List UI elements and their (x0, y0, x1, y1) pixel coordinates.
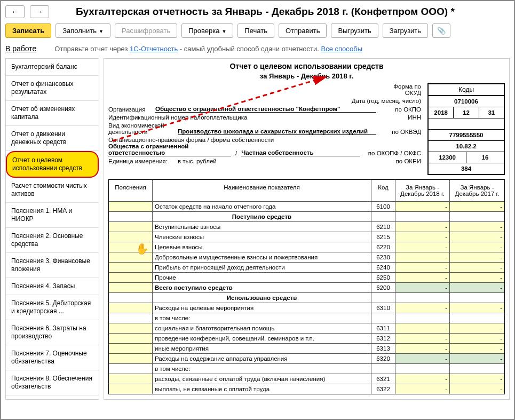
explanation-cell[interactable] (109, 273, 153, 282)
value-y2[interactable]: - (450, 222, 504, 232)
status-label[interactable]: В работе (5, 44, 36, 53)
sidebar-item[interactable]: Пояснения 4. Запасы (6, 278, 99, 295)
app-window: ← → Бухгалтерская отчетность за Январь -… (0, 0, 515, 420)
okved-value[interactable]: 10.82.2 (429, 141, 504, 152)
fill-button[interactable]: Заполнить▼ (56, 23, 110, 38)
value-y1[interactable]: - (395, 202, 450, 211)
value-y1[interactable]: - (395, 283, 450, 292)
explanation-cell[interactable] (109, 283, 153, 292)
value-y2[interactable]: - (450, 323, 504, 333)
value-y2[interactable]: - (450, 374, 504, 384)
value-y1[interactable]: - (395, 384, 450, 394)
sidebar-item[interactable]: Пояснения 3. Финансовые вложения (6, 253, 99, 278)
sidebar-item[interactable]: Отчет о целевом использовании средств (6, 151, 99, 178)
explanation-cell[interactable] (109, 344, 153, 353)
chevron-down-icon: ▼ (99, 29, 104, 34)
explanation-cell[interactable] (109, 374, 153, 384)
inn-label: Идентификационный номер налогоплательщик… (108, 114, 376, 121)
sidebar-item[interactable]: Пояснения 8. Обеспечения обязательств (6, 370, 99, 395)
status-text: Отправьте отчет через 1С-Отчетность - са… (54, 45, 362, 53)
value-y2[interactable]: - (450, 344, 504, 353)
value-y2[interactable]: - (450, 283, 504, 292)
activity-value[interactable]: Производство шоколада и сахаристых конди… (178, 128, 376, 135)
value-y2[interactable]: - (450, 202, 504, 211)
value-y2[interactable]: - (450, 334, 504, 343)
value-y2[interactable]: - (450, 354, 504, 363)
forward-button[interactable]: → (30, 5, 49, 18)
form-v2[interactable]: Частная собственность (241, 149, 360, 156)
sidebar-item[interactable]: Пояснения 7. Оценочные обязательства (6, 345, 99, 370)
value-y2[interactable]: - (450, 263, 504, 272)
org-value[interactable]: Общество с ограниченной ответственностью… (155, 106, 376, 113)
value-y1[interactable]: - (395, 344, 450, 353)
value-y1[interactable]: - (395, 242, 450, 252)
date-label: Дата (год, месяц, число) (339, 98, 424, 104)
sheet-row: Расходы на целевые мероприятия6310-- (109, 303, 504, 313)
value-y2[interactable]: - (450, 384, 504, 394)
explanation-cell[interactable] (109, 334, 153, 343)
indicator-name: проведение конференций, совещаний, семин… (153, 334, 371, 343)
value-y1[interactable]: - (395, 222, 450, 232)
value-y2[interactable]: - (450, 303, 504, 313)
date-m: 12 (454, 107, 479, 118)
write-button[interactable]: Записать (5, 23, 51, 38)
import-button[interactable]: Загрузить (383, 23, 428, 38)
check-button[interactable]: Проверка▼ (181, 23, 233, 38)
value-y2[interactable]: - (450, 242, 504, 252)
value-y2[interactable]: - (450, 273, 504, 282)
form-v1[interactable]: Общества с ограниченной ответственностью (108, 143, 231, 156)
value-y1[interactable]: - (395, 252, 450, 262)
explanation-cell[interactable] (109, 232, 153, 242)
explanation-cell[interactable] (109, 323, 153, 333)
sidebar-item[interactable]: Пояснения 5. Дебиторская и кредиторская … (6, 295, 99, 320)
paperclip-icon: 📎 (437, 27, 446, 35)
okopf-v1[interactable]: 12300 (429, 152, 466, 163)
sidebar-item[interactable]: Пояснения 1. НМА и НИОКР (6, 203, 99, 228)
sidebar-item[interactable]: Пояснения 6. Затраты на производство (6, 320, 99, 345)
print-button[interactable]: Печать (237, 23, 274, 38)
link-all-ways[interactable]: Все способы (321, 45, 362, 53)
send-button[interactable]: Отправить (279, 23, 327, 38)
explanation-cell[interactable] (109, 252, 153, 262)
status-row: В работе Отправьте отчет через 1С-Отчетн… (5, 44, 510, 53)
okopf-v2[interactable]: 16 (466, 152, 504, 163)
decode-button[interactable]: Расшифровать (115, 23, 177, 38)
sidebar-item[interactable]: Отчет о движении денежных средств (6, 126, 99, 151)
value-y1[interactable]: - (395, 334, 450, 343)
explanation-cell[interactable] (109, 354, 153, 363)
value-y1[interactable]: - (395, 303, 450, 313)
code-cell: 6200 (371, 283, 395, 292)
sheet-row: Членские взносы6215-- (109, 232, 504, 242)
value-y1[interactable]: - (395, 323, 450, 333)
explanation-cell[interactable] (109, 202, 153, 211)
indicator-name: Расходы на содержание аппарата управлени… (153, 354, 371, 363)
link-1c[interactable]: 1С-Отчетность (130, 45, 178, 53)
export-button[interactable]: Выгрузить (331, 23, 378, 38)
value-y1[interactable]: - (395, 232, 450, 242)
sidebar-item[interactable]: Пояснения 2. Основные средства (6, 228, 99, 253)
value-y2[interactable]: - (450, 232, 504, 242)
sidebar-item[interactable]: Отчет о финансовых результатах (6, 76, 99, 101)
explanation-cell[interactable] (109, 384, 153, 394)
back-button[interactable]: ← (5, 5, 25, 18)
sidebar-item[interactable]: Расчет стоимости чистых активов (6, 178, 99, 203)
attach-button[interactable]: 📎 (432, 23, 450, 38)
sidebar-item[interactable]: Бухгалтерский баланс (6, 59, 99, 76)
okpo-value[interactable] (429, 118, 504, 129)
explanation-cell[interactable] (109, 242, 153, 252)
value-y1[interactable]: - (395, 354, 450, 363)
okved-label: по ОКВЭД (376, 129, 424, 135)
inn-value[interactable]: 7799555550 (429, 130, 504, 140)
col-name: Наименование показателя (153, 180, 371, 201)
explanation-cell[interactable] (109, 263, 153, 272)
value-y2[interactable]: - (450, 252, 504, 262)
value-y1[interactable]: - (395, 374, 450, 384)
title-row: ← → Бухгалтерская отчетность за Январь -… (5, 5, 510, 18)
sidebar-item[interactable]: Отчет об изменениях капитала (6, 101, 99, 126)
value-y1[interactable]: - (395, 273, 450, 282)
code-cell: 6321 (371, 374, 395, 384)
explanation-cell[interactable] (109, 222, 153, 232)
explanation-cell[interactable] (109, 303, 153, 313)
value-y1[interactable]: - (395, 263, 450, 272)
report-period: за Январь - Декабрь 2018 г. (108, 72, 505, 80)
